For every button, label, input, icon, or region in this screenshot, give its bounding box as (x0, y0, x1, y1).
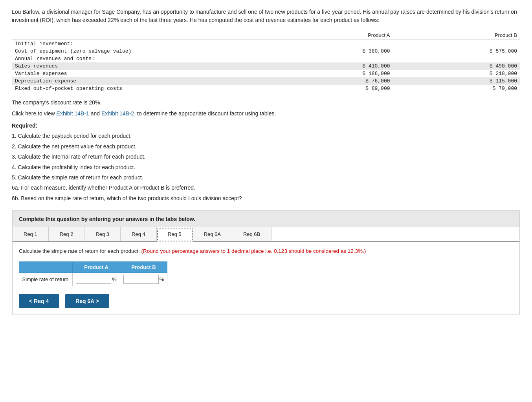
exhibit-middle: and (89, 110, 101, 117)
tab-req6b[interactable]: Req 6B (232, 227, 272, 241)
tab-req1[interactable]: Req 1 (13, 227, 49, 241)
input-product-a[interactable] (76, 275, 111, 284)
row-val-a (266, 40, 393, 48)
row-val-b: $ 70,000 (393, 85, 521, 92)
input-cell-a: % (73, 273, 120, 286)
exhibit-line: Click here to view Exhibit 14B-1 and Exh… (12, 110, 520, 117)
required-item: 6b. Based on the simple rate of return, … (12, 194, 520, 203)
required-item: 3. Calculate the internal rate of return… (12, 152, 520, 161)
prev-button[interactable]: < Req 4 (19, 294, 59, 308)
row-val-b: $ 575,000 (393, 48, 521, 55)
exhibit-prefix: Click here to view (12, 110, 57, 117)
exhibit-link-1[interactable]: Exhibit 14B-1 (57, 110, 89, 117)
table-row: Simple rate of return % % (19, 273, 167, 286)
instruction-box: Complete this question by entering your … (12, 211, 520, 227)
required-item: 4. Calculate the profitability index for… (12, 163, 520, 172)
row-label-simple-rate: Simple rate of return (19, 273, 73, 286)
row-val-a: $ 380,000 (266, 48, 393, 55)
answer-col-b: Product B (120, 262, 167, 273)
tab-req4[interactable]: Req 4 (121, 227, 157, 241)
percent-cell-b: % (123, 275, 164, 284)
row-val-a: $ 89,000 (266, 85, 393, 92)
tab-content: Calculate the simple rate of return for … (13, 242, 519, 314)
nav-buttons: < Req 4 Req 6A > (19, 294, 513, 308)
answer-col-empty (19, 262, 73, 273)
answer-col-a: Product A (73, 262, 120, 273)
table-row: Initial investment: (12, 40, 520, 48)
row-label: Depreciation expense (12, 77, 266, 85)
row-label: Variable expenses (12, 70, 266, 77)
percent-cell-a: % (76, 275, 117, 284)
row-val-b: $ 115,000 (393, 77, 521, 85)
exhibit-suffix: , to determine the appropriate discount … (134, 110, 276, 117)
table-row: Fixed out-of-pocket operating costs $ 89… (12, 85, 520, 92)
row-label: Initial investment: (12, 40, 266, 48)
required-item: 5. Calculate the simple rate of return f… (12, 173, 520, 182)
percent-symbol-a: % (112, 276, 117, 282)
tab-req5[interactable]: Req 5 (157, 227, 193, 242)
table-row: Sales revenues $ 410,000 $ 490,000 (12, 62, 520, 70)
percent-symbol-b: % (160, 276, 164, 282)
tab-req3[interactable]: Req 3 (84, 227, 121, 241)
table-row: Variable expenses $ 186,000 $ 218,000 (12, 70, 520, 77)
row-val-b: $ 490,000 (393, 62, 521, 70)
question-container: Complete this question by entering your … (12, 210, 520, 314)
row-val-a (266, 55, 393, 62)
row-val-a: $ 76,000 (266, 77, 393, 85)
exhibit-link-2[interactable]: Exhibit 14B-2 (101, 110, 134, 117)
row-label: Sales revenues (12, 62, 266, 70)
row-label: Annual revenues and costs: (12, 55, 266, 62)
row-label: Cost of equipment (zero salvage value) (12, 48, 266, 55)
required-item: 2. Calculate the net present value for e… (12, 142, 520, 151)
input-cell-b: % (120, 273, 167, 286)
input-product-b[interactable] (123, 275, 159, 284)
tab-description: Calculate the simple rate of return for … (19, 247, 513, 255)
required-item: 1. Calculate the payback period for each… (12, 132, 520, 140)
tabs-row: Req 1Req 2Req 3Req 4Req 5Req 6AReq 6B (13, 227, 519, 242)
table-row: Cost of equipment (zero salvage value) $… (12, 48, 520, 55)
row-label: Fixed out-of-pocket operating costs (12, 85, 266, 92)
discount-text: The company's discount rate is 20%. (12, 99, 520, 106)
tab-req2[interactable]: Req 2 (49, 227, 85, 241)
required-section: Required: 1. Calculate the payback perio… (12, 121, 520, 203)
row-val-a: $ 410,000 (266, 62, 393, 70)
col-header-a: Product A (266, 31, 393, 40)
intro-paragraph: Lou Barlow, a divisional manager for Sag… (12, 8, 520, 24)
row-val-b (393, 55, 521, 62)
tabs-container: Req 1Req 2Req 3Req 4Req 5Req 6AReq 6B Ca… (12, 227, 520, 314)
table-row: Annual revenues and costs: (12, 55, 520, 62)
row-val-b: $ 218,000 (393, 70, 521, 77)
required-heading: Required: (12, 121, 520, 130)
next-button[interactable]: Req 6A > (65, 294, 109, 308)
tab-desc-red: (Round your percentage answers to 1 deci… (141, 248, 366, 254)
required-item: 6a. For each measure, identify whether P… (12, 183, 520, 192)
row-val-a: $ 186,000 (266, 70, 393, 77)
col-header-b: Product B (393, 31, 521, 40)
data-table: Product A Product B Initial investment: … (12, 31, 520, 92)
answer-table: Product A Product B Simple rate of retur… (19, 261, 167, 286)
tab-desc-normal: Calculate the simple rate of return for … (19, 248, 141, 254)
tab-req6a[interactable]: Req 6A (193, 227, 232, 241)
table-row: Depreciation expense $ 76,000 $ 115,000 (12, 77, 520, 85)
row-val-b (393, 40, 521, 48)
